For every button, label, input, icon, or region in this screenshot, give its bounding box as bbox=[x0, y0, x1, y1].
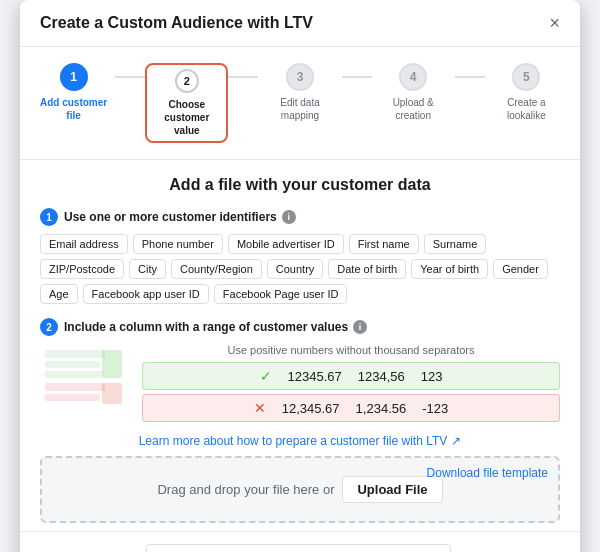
step-3-circle: 3 bbox=[286, 63, 314, 91]
bad-num-3: -123 bbox=[422, 401, 448, 416]
svg-rect-6 bbox=[102, 383, 122, 404]
good-num-2: 1234,56 bbox=[358, 369, 405, 384]
check-icon: ✓ bbox=[260, 368, 272, 384]
tag-date-of-birth[interactable]: Date of birth bbox=[328, 259, 406, 279]
drop-zone-inner: Drag and drop your file here or Upload F… bbox=[60, 476, 540, 503]
info-icon-2[interactable]: i bbox=[353, 320, 367, 334]
tag-surname[interactable]: Surname bbox=[424, 234, 487, 254]
tag-city[interactable]: City bbox=[129, 259, 166, 279]
good-num-1: 12345.67 bbox=[288, 369, 342, 384]
tag-phone-number[interactable]: Phone number bbox=[133, 234, 223, 254]
x-icon: ✕ bbox=[254, 400, 266, 416]
section2: 2 Include a column with a range of custo… bbox=[40, 318, 560, 426]
section1-label: 1 Use one or more customer identifiers i bbox=[40, 208, 560, 226]
svg-rect-1 bbox=[45, 361, 100, 368]
ltv-examples: Use positive numbers without thousand se… bbox=[40, 344, 560, 426]
svg-rect-0 bbox=[45, 350, 105, 358]
number-examples-wrap: Use positive numbers without thousand se… bbox=[142, 344, 560, 426]
svg-rect-4 bbox=[45, 394, 100, 401]
step-2: 2 Choose customer value bbox=[145, 63, 228, 143]
step-2-label: Choose customer value bbox=[157, 98, 216, 137]
step-1-label: Add customer file bbox=[39, 96, 109, 122]
connector-1 bbox=[115, 76, 145, 78]
step-4: 4 Upload & creation bbox=[372, 63, 455, 122]
steps-bar: 1 Add customer file 2 Choose customer va… bbox=[20, 47, 580, 160]
step-4-circle: 4 bbox=[399, 63, 427, 91]
bad-num-2: 1,234.56 bbox=[356, 401, 407, 416]
close-button[interactable]: × bbox=[549, 14, 560, 32]
step-3-label: Edit data mapping bbox=[265, 96, 335, 122]
tag-county/region[interactable]: County/Region bbox=[171, 259, 262, 279]
tag-country[interactable]: Country bbox=[267, 259, 324, 279]
download-link[interactable]: Download file template bbox=[427, 466, 548, 480]
step-5: 5 Create a lookalike bbox=[485, 63, 568, 122]
connector-2 bbox=[228, 76, 258, 78]
audience-name-input[interactable] bbox=[146, 544, 451, 552]
tag-gender[interactable]: Gender bbox=[493, 259, 548, 279]
section1-num: 1 bbox=[40, 208, 58, 226]
svg-rect-5 bbox=[102, 350, 122, 378]
tag-mobile-advertiser-id[interactable]: Mobile advertiser ID bbox=[228, 234, 344, 254]
step-1: 1 Add customer file bbox=[32, 63, 115, 122]
svg-rect-3 bbox=[45, 383, 105, 391]
tag-first-name[interactable]: First name bbox=[349, 234, 419, 254]
external-link-icon: ↗ bbox=[451, 434, 461, 448]
bad-num-1: 12,345.67 bbox=[282, 401, 340, 416]
step-5-label: Create a lookalike bbox=[491, 96, 561, 122]
illustration bbox=[40, 348, 130, 422]
svg-rect-2 bbox=[45, 371, 103, 378]
section-title: Add a file with your customer data bbox=[40, 176, 560, 194]
section2-num: 2 bbox=[40, 318, 58, 336]
tag-facebook-app-user-id[interactable]: Facebook app user ID bbox=[83, 284, 209, 304]
connector-3 bbox=[342, 76, 372, 78]
tag-facebook-page-user-id[interactable]: Facebook Page user ID bbox=[214, 284, 348, 304]
upload-button[interactable]: Upload File bbox=[342, 476, 442, 503]
modal-header: Create a Custom Audience with LTV × bbox=[20, 0, 580, 47]
audience-input-wrap: 50 bbox=[146, 544, 451, 552]
step-5-circle: 5 bbox=[512, 63, 540, 91]
drop-zone-text: Drag and drop your file here or bbox=[157, 482, 334, 497]
step-4-label: Upload & creation bbox=[378, 96, 448, 122]
tags-row-1: Email addressPhone numberMobile advertis… bbox=[40, 234, 560, 304]
modal-body: Add a file with your customer data 1 Use… bbox=[20, 160, 580, 523]
learn-more-link[interactable]: Learn more about how to prepare a custom… bbox=[40, 434, 560, 448]
step-3: 3 Edit data mapping bbox=[258, 63, 341, 122]
tag-year-of-birth[interactable]: Year of birth bbox=[411, 259, 488, 279]
good-example-row: ✓ 12345.67 1234,56 123 bbox=[142, 362, 560, 390]
tag-zip/postcode[interactable]: ZIP/Postcode bbox=[40, 259, 124, 279]
modal-footer: Audience name 50 Show description bbox=[20, 531, 580, 552]
learn-more-anchor[interactable]: Learn more about how to prepare a custom… bbox=[139, 434, 448, 448]
positive-note: Use positive numbers without thousand se… bbox=[142, 344, 560, 356]
step-1-circle: 1 bbox=[60, 63, 88, 91]
tag-age[interactable]: Age bbox=[40, 284, 78, 304]
connector-4 bbox=[455, 76, 485, 78]
bad-example-row: ✕ 12,345.67 1,234.56 -123 bbox=[142, 394, 560, 422]
drop-zone[interactable]: Download file template Drag and drop you… bbox=[40, 456, 560, 523]
step-2-circle: 2 bbox=[175, 69, 199, 93]
good-num-3: 123 bbox=[421, 369, 443, 384]
tag-email-address[interactable]: Email address bbox=[40, 234, 128, 254]
section2-label: 2 Include a column with a range of custo… bbox=[40, 318, 560, 336]
info-icon-1[interactable]: i bbox=[282, 210, 296, 224]
modal-title: Create a Custom Audience with LTV bbox=[40, 14, 313, 32]
modal: Create a Custom Audience with LTV × 1 Ad… bbox=[20, 0, 580, 552]
